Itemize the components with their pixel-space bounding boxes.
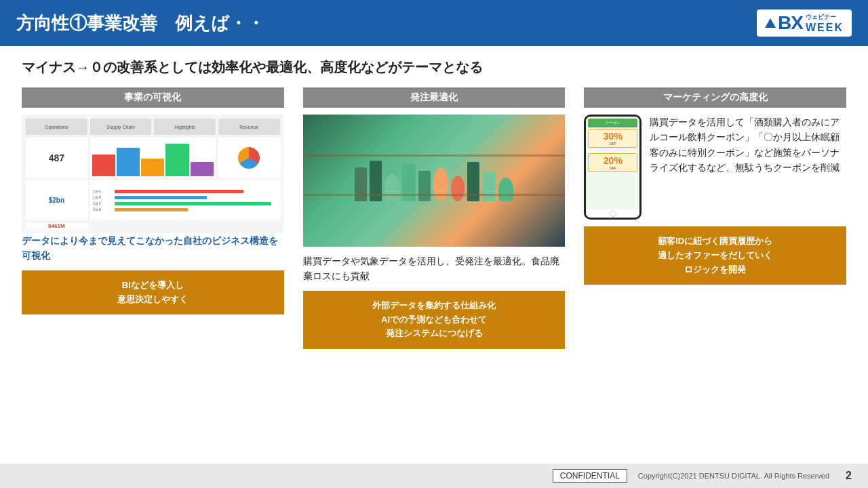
bar-3 [141, 159, 164, 177]
col1-description: データにより今まで見えてこなかった自社のビジネス構造を可視化 [22, 233, 284, 264]
shelf-line-1 [303, 155, 566, 157]
column-1: 事業の可視化 Operations Supply Chain Highlight… [22, 87, 284, 314]
spacer [588, 149, 637, 152]
header: 方向性①事業改善 例えば・・ BX ウェビナー WEEK [0, 0, 868, 46]
page-title: 方向性①事業改善 例えば・・ [16, 12, 264, 35]
copyright-text: Copyright(C)2021 DENTSU DIGITAL. All Rig… [638, 472, 829, 480]
logo-text: ウェビナー WEEK [806, 13, 844, 34]
page-number: 2 [846, 470, 852, 482]
logo-week-text: WEEK [806, 22, 844, 34]
phone-mockup: クーポン 30% OFF 20% OFF [584, 115, 642, 220]
dash-pie-1 [218, 138, 280, 178]
logo-triangle-icon [765, 18, 776, 28]
dash-chart-1 [90, 138, 216, 178]
hbar-row-2: Cat B [93, 195, 277, 199]
hbar-fill-4 [115, 208, 189, 211]
dash-num-3: $461M [26, 223, 87, 229]
dash-hbar-1: Cat A Cat B Cat C Cat D [90, 180, 280, 220]
column-3: マーケティングの高度化 クーポン 30% OFF 20% OFF [584, 87, 846, 285]
shelf-line-2 [303, 194, 566, 196]
hbar-label-3: Cat C [93, 201, 113, 205]
col2-description: 購買データや気象データを活用し、受発注を最適化。食品廃棄ロスにも貢献 [303, 253, 566, 284]
phone-home-button [586, 209, 639, 218]
phone-banner: クーポン [588, 119, 637, 127]
section-label-1: 事業の可視化 [22, 87, 284, 108]
main-content: マイナス→０の改善系としては効率化や最適化、高度化などがテーマとなる 事業の可視… [0, 46, 868, 349]
confidential-badge: CONFIDENTIAL [553, 469, 627, 483]
col3-description: 購買データを活用して「酒類購入者のみにアルコール飲料クーポン」「〇か月以上休眠顧… [650, 115, 846, 176]
dash-cell-1: Operations [26, 119, 87, 135]
col2-bottom-box: 外部データを集約する仕組み化 AIでの予測なども合わせて 発注システムにつなげる [303, 291, 566, 349]
section-label-3: マーケティングの高度化 [584, 87, 846, 108]
hbar-fill-1 [115, 190, 243, 193]
logo-webinar-text: ウェビナー [806, 13, 844, 22]
veggie-9 [482, 171, 496, 201]
dashboard-image: Operations Supply Chain Highlights Reven… [22, 115, 284, 233]
bar-5 [191, 162, 214, 176]
main-subtitle: マイナス→０の改善系としては効率化や最適化、高度化などがテーマとなる [22, 58, 846, 77]
dash-cell-2: Supply Chain [90, 119, 152, 135]
bar-4 [165, 144, 189, 176]
coupon-2-label: OFF [590, 166, 635, 170]
home-button-circle [610, 210, 616, 217]
bar-1 [92, 155, 115, 176]
coupon-1-pct: 30% [590, 131, 635, 142]
dash-num-1: 487 [26, 138, 87, 178]
coupon-2-pct: 20% [590, 155, 635, 166]
columns-container: 事業の可視化 Operations Supply Chain Highlight… [22, 87, 846, 349]
hbar-fill-2 [115, 196, 207, 199]
col3-bottom-box: 顧客IDに紐づく購買履歴から 適したオファーをだしていく ロジックを開発 [584, 226, 846, 285]
column-2: 発注最適化 購買データや気象データ [303, 87, 566, 349]
dash-cell-4: Revenue [218, 119, 280, 135]
hbar-row-3: Cat C [93, 201, 277, 205]
col3-inner: クーポン 30% OFF 20% OFF [584, 115, 846, 220]
veggie-7 [451, 176, 465, 201]
coupon-1-label: OFF [590, 142, 635, 146]
phone-screen: クーポン 30% OFF 20% OFF [586, 117, 639, 209]
hbar-label-1: Cat A [93, 189, 113, 193]
pie-chart [238, 147, 260, 169]
veggie-5 [418, 171, 431, 201]
grocery-image [303, 115, 566, 247]
bar-2 [117, 148, 140, 176]
veggie-3 [384, 174, 399, 201]
col1-bottom-box: BIなどを導入し 意思決定しやすく [22, 270, 284, 315]
dash-num-2: $2bn [26, 180, 87, 220]
logo-area: BX ウェビナー WEEK [757, 9, 852, 37]
hbar-row-1: Cat A [93, 189, 277, 193]
phone-coupon-2: 20% OFF [588, 153, 637, 172]
section-label-2: 発注最適化 [303, 87, 566, 108]
dash-cell-3: Highlights [154, 119, 216, 135]
hbar-fill-3 [115, 202, 271, 205]
veggie-6 [433, 167, 448, 201]
hbar-row-4: Cat D [93, 207, 277, 211]
footer: CONFIDENTIAL Copyright(C)2021 DENTSU DIG… [0, 464, 868, 488]
veggie-1 [355, 167, 367, 201]
veggie-10 [498, 178, 513, 201]
hbar-label-2: Cat B [93, 195, 113, 199]
logo-bx: BX [778, 12, 803, 34]
phone-coupon-1: 30% OFF [588, 129, 637, 148]
hbar-label-4: Cat D [93, 207, 113, 211]
